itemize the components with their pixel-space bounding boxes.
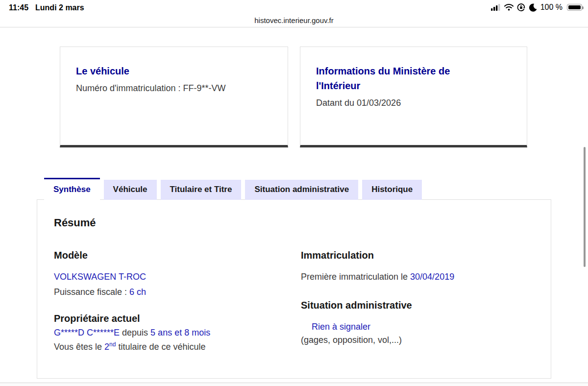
holder-prefix: Vous êtes le: [54, 342, 104, 352]
tab-situation-administrative[interactable]: Situation administrative: [245, 180, 358, 200]
data-date-line: Datant du 01/03/2026: [316, 98, 511, 108]
screen: 11:45 Lundi 2 mars: [0, 0, 588, 386]
first-registration-date: 30/04/2019: [410, 272, 454, 282]
vehicle-card-title: Le véhicule: [76, 64, 272, 78]
cellular-signal-icon: [491, 4, 501, 11]
battery-icon: [567, 4, 582, 11]
tab-historique[interactable]: Historique: [362, 180, 422, 200]
vehicle-card: Le véhicule Numéro d'immatriculation : F…: [60, 47, 288, 147]
synthese-panel: Résumé Modèle VOLKSWAGEN T-ROC Puissance…: [37, 199, 551, 379]
fiscal-power-value: 6 ch: [129, 287, 146, 297]
situation-note: (gages, opposition, vol,...): [301, 335, 536, 345]
owner-duration: 5 ans et 8 mois: [150, 328, 210, 338]
owner-name: G*****D C******E: [54, 328, 120, 338]
summary-right-column: Immatriculation Première immatriculation…: [301, 250, 536, 345]
clock-time: 11:45: [9, 3, 28, 12]
holder-rank-suffix: nd: [109, 341, 116, 348]
fiscal-power-label: Puissance fiscale :: [54, 287, 129, 297]
owner-heading: Propriétaire actuel: [54, 313, 289, 324]
tab-synthese[interactable]: Synthèse: [44, 178, 100, 201]
holder-line: Vous êtes le 2nd titulaire de ce véhicul…: [54, 341, 289, 352]
holder-rank: 2: [104, 342, 109, 352]
tab-vehicule[interactable]: Véhicule: [104, 180, 157, 200]
wifi-icon: [504, 4, 514, 11]
clock-date: Lundi 2 mars: [35, 3, 84, 12]
battery-percent: 100 %: [540, 3, 563, 12]
registration-number-line: Numéro d'immatriculation : FF-9**-VW: [76, 83, 272, 94]
moon-focus-icon: [529, 3, 537, 12]
situation-heading: Situation administrative: [301, 300, 536, 311]
next-section-edge: [0, 383, 588, 386]
owner-line: G*****D C******E depuis 5 ans et 8 mois: [54, 328, 289, 338]
first-registration-label: Première immatriculation le: [301, 272, 410, 282]
tab-bar: Synthèse Véhicule Titulaire et Titre Sit…: [44, 178, 422, 200]
tab-titulaire-et-titre[interactable]: Titulaire et Titre: [161, 180, 242, 200]
ministry-card-title: Informations du Ministère de l'Intérieur: [316, 64, 469, 93]
model-value: VOLKSWAGEN T-ROC: [54, 272, 289, 282]
owner-join: depuis: [120, 328, 150, 338]
immatriculation-heading: Immatriculation: [301, 250, 536, 261]
rotation-lock-icon: [517, 3, 525, 12]
situation-status: Rien à signaler: [301, 322, 536, 332]
model-heading: Modèle: [54, 250, 289, 261]
status-bar: 11:45 Lundi 2 mars: [0, 0, 588, 15]
ministry-card: Informations du Ministère de l'Intérieur…: [300, 47, 527, 147]
panel-title: Résumé: [54, 217, 96, 229]
summary-left-column: Modèle VOLKSWAGEN T-ROC Puissance fiscal…: [54, 250, 289, 352]
url-text[interactable]: histovec.interieur.gouv.fr: [254, 16, 333, 24]
fiscal-power-line: Puissance fiscale : 6 ch: [54, 287, 289, 297]
first-registration-line: Première immatriculation le 30/04/2019: [301, 272, 536, 282]
page-scrollbar[interactable]: [584, 147, 586, 267]
address-bar[interactable]: histovec.interieur.gouv.fr: [0, 14, 588, 27]
holder-suffix: titulaire de ce véhicule: [116, 342, 205, 352]
